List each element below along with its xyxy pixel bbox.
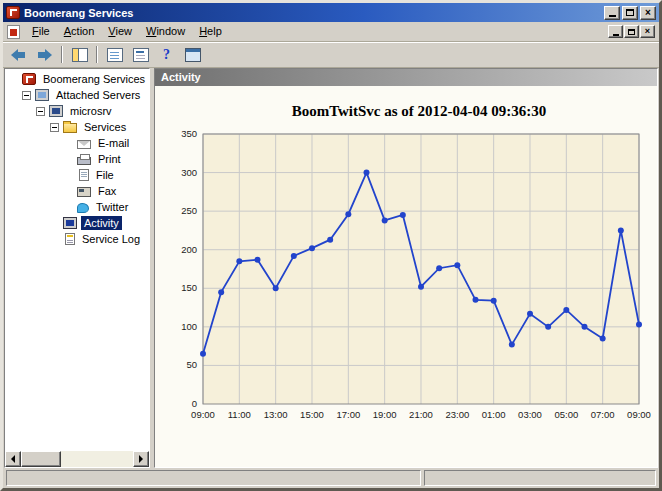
tree-horizontal-scrollbar[interactable] (5, 451, 149, 467)
svg-text:300: 300 (181, 167, 197, 178)
scrollbar-track[interactable] (21, 451, 133, 467)
menu-bar: File Action View Window Help × (3, 22, 659, 42)
svg-text:13:00: 13:00 (264, 409, 288, 420)
console-tree-icon (72, 48, 88, 62)
child-restore-button[interactable] (624, 25, 639, 38)
collapse-expander-icon[interactable] (50, 123, 59, 132)
toolbar-separator (61, 46, 63, 63)
menu-help[interactable]: Help (192, 23, 229, 40)
svg-text:19:00: 19:00 (373, 409, 397, 420)
scroll-right-button[interactable] (133, 451, 149, 467)
child-close-button[interactable]: × (640, 25, 655, 38)
console-tree-panel: Boomerang Services Attached Servers micr… (4, 68, 150, 468)
minimize-icon (609, 15, 616, 17)
app-icon (6, 6, 20, 19)
svg-text:17:00: 17:00 (336, 409, 360, 420)
svg-text:23:00: 23:00 (445, 409, 469, 420)
fax-icon (77, 187, 91, 197)
scroll-left-icon (11, 455, 15, 463)
svg-text:100: 100 (181, 321, 197, 332)
help-icon: ? (159, 48, 175, 62)
svg-text:150: 150 (181, 282, 197, 293)
svg-text:03:00: 03:00 (518, 409, 542, 420)
tree-item-twitter[interactable]: Twitter (5, 199, 149, 215)
toolbar-show-tree-button[interactable] (68, 44, 91, 65)
svg-text:50: 50 (186, 359, 197, 370)
svg-text:15:00: 15:00 (300, 409, 324, 420)
child-minimize-button[interactable] (608, 25, 623, 38)
results-pane: Activity BoomTwitSvc as of 2012-04-04 09… (154, 68, 658, 468)
tree-item-microsrv[interactable]: microsrv (5, 103, 149, 119)
collapse-expander-icon[interactable] (36, 107, 45, 116)
twitter-bird-icon (77, 203, 89, 213)
toolbar: ? (3, 42, 659, 68)
service-log-icon (65, 233, 75, 245)
menu-window[interactable]: Window (139, 23, 192, 40)
app-window: Boomerang Services × File Action View Wi… (0, 0, 662, 491)
status-cell-secondary (424, 470, 656, 486)
close-button[interactable]: × (640, 6, 656, 20)
svg-text:11:00: 11:00 (228, 409, 251, 420)
tree-item-activity[interactable]: Activity (5, 215, 149, 231)
minimize-icon (613, 34, 619, 36)
new-window-icon (185, 48, 201, 62)
main-area: Boomerang Services Attached Servers micr… (3, 68, 659, 468)
menu-view[interactable]: View (101, 23, 139, 40)
tree-item-fax[interactable]: Fax (5, 183, 149, 199)
svg-text:350: 350 (181, 128, 197, 139)
back-arrow-icon (11, 49, 26, 61)
close-icon: × (645, 27, 650, 36)
svg-text:09:00: 09:00 (627, 409, 651, 420)
svg-text:21:00: 21:00 (409, 409, 433, 420)
properties-icon (133, 48, 149, 62)
window-title: Boomerang Services (24, 7, 604, 19)
toolbar-separator (96, 46, 98, 63)
console-doc-icon (7, 25, 20, 39)
toolbar-properties-button[interactable] (129, 44, 152, 65)
minimize-button[interactable] (604, 6, 620, 20)
forward-arrow-icon (37, 49, 52, 61)
server-icon (49, 105, 63, 117)
tree-item-file[interactable]: File (5, 167, 149, 183)
tree-item-services[interactable]: Services (5, 119, 149, 135)
title-bar[interactable]: Boomerang Services × (3, 3, 659, 22)
file-icon (79, 169, 89, 181)
toolbar-export-list-button[interactable] (103, 44, 126, 65)
status-cell-main (6, 470, 421, 486)
toolbar-back-button[interactable] (7, 44, 30, 65)
toolbar-forward-button[interactable] (33, 44, 56, 65)
svg-text:09:00: 09:00 (191, 409, 215, 420)
chart-surface: BoomTwitSvc as of 2012-04-04 09:36:30 In… (155, 86, 657, 467)
email-icon (77, 140, 91, 149)
scroll-right-icon (139, 455, 143, 463)
tree-item-service-log[interactable]: Service Log (5, 231, 149, 247)
restore-icon (628, 29, 635, 35)
svg-text:07:00: 07:00 (591, 409, 615, 420)
svg-text:05:00: 05:00 (554, 409, 578, 420)
activity-line-chart: BoomTwitSvc as of 2012-04-04 09:36:30 In… (157, 96, 655, 434)
tree-item-boomerang-services[interactable]: Boomerang Services (5, 71, 149, 87)
menu-file[interactable]: File (25, 23, 57, 40)
scroll-left-button[interactable] (5, 451, 21, 467)
status-bar (3, 468, 659, 488)
chart-title: BoomTwitSvc as of 2012-04-04 09:36:30 (292, 103, 547, 119)
close-icon: × (645, 8, 651, 18)
boomerang-services-icon (22, 73, 36, 85)
menu-action[interactable]: Action (57, 23, 102, 40)
folder-icon (63, 123, 77, 133)
tree-item-attached-servers[interactable]: Attached Servers (5, 87, 149, 103)
printer-icon (77, 157, 91, 165)
toolbar-help-button[interactable]: ? (155, 44, 178, 65)
maximize-button[interactable] (622, 6, 638, 20)
export-list-icon (107, 48, 123, 62)
scrollbar-thumb[interactable] (21, 451, 61, 467)
collapse-expander-icon[interactable] (22, 91, 31, 100)
maximize-icon (626, 9, 634, 16)
results-pane-header: Activity (155, 69, 657, 86)
tree-item-print[interactable]: Print (5, 151, 149, 167)
toolbar-new-window-button[interactable] (181, 44, 204, 65)
tree-item-email[interactable]: E-mail (5, 135, 149, 151)
svg-text:200: 200 (181, 244, 197, 255)
svg-text:250: 250 (181, 205, 197, 216)
svg-text:01:00: 01:00 (482, 409, 506, 420)
